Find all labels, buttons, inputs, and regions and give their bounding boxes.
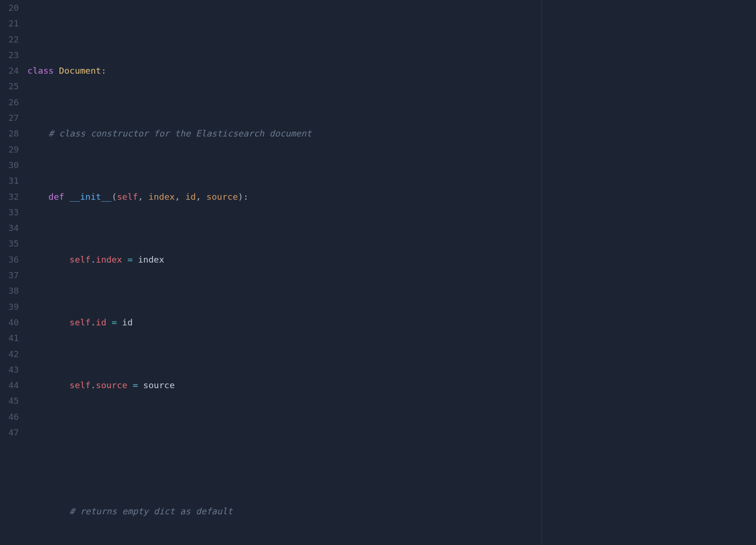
line-number: 46 [0, 409, 19, 425]
line-number: 23 [0, 47, 19, 63]
line-number: 24 [0, 63, 19, 78]
line-number: 31 [0, 173, 19, 188]
line-number: 43 [0, 362, 19, 377]
line-number: 44 [0, 377, 19, 393]
line-number: 45 [0, 393, 19, 409]
line-number: 30 [0, 157, 19, 173]
line-number: 34 [0, 220, 19, 236]
line-number: 39 [0, 299, 19, 315]
line-number: 33 [0, 204, 19, 220]
code-line: # class constructor for the Elasticsearc… [27, 126, 756, 141]
line-number: 21 [0, 16, 19, 31]
code-line: class Document: [27, 63, 756, 78]
line-number: 40 [0, 315, 19, 330]
code-area[interactable]: class Document: # class constructor for … [27, 0, 756, 545]
line-number: 28 [0, 126, 19, 141]
line-number: 32 [0, 189, 19, 204]
line-number: 35 [0, 236, 19, 251]
line-number: 47 [0, 425, 19, 440]
line-number: 22 [0, 32, 19, 47]
line-number: 37 [0, 267, 19, 283]
line-number: 41 [0, 330, 19, 346]
code-line [27, 440, 756, 456]
line-number: 26 [0, 94, 19, 110]
code-line: def __init__(self, index, id, source): [27, 189, 756, 204]
line-number: 36 [0, 252, 19, 267]
code-line: self.id = id [27, 315, 756, 330]
line-number: 38 [0, 283, 19, 298]
line-number: 27 [0, 110, 19, 126]
line-number-gutter: 2021222324252627282930313233343536373839… [0, 0, 27, 545]
code-editor[interactable]: 2021222324252627282930313233343536373839… [0, 0, 756, 545]
code-line: self.source = source [27, 377, 756, 393]
line-number: 29 [0, 142, 19, 157]
line-number: 20 [0, 0, 19, 16]
ruler [541, 0, 542, 545]
code-line: # returns empty dict as default [27, 503, 756, 519]
line-number: 42 [0, 346, 19, 362]
line-number: 25 [0, 78, 19, 94]
code-line: self.index = index [27, 252, 756, 267]
